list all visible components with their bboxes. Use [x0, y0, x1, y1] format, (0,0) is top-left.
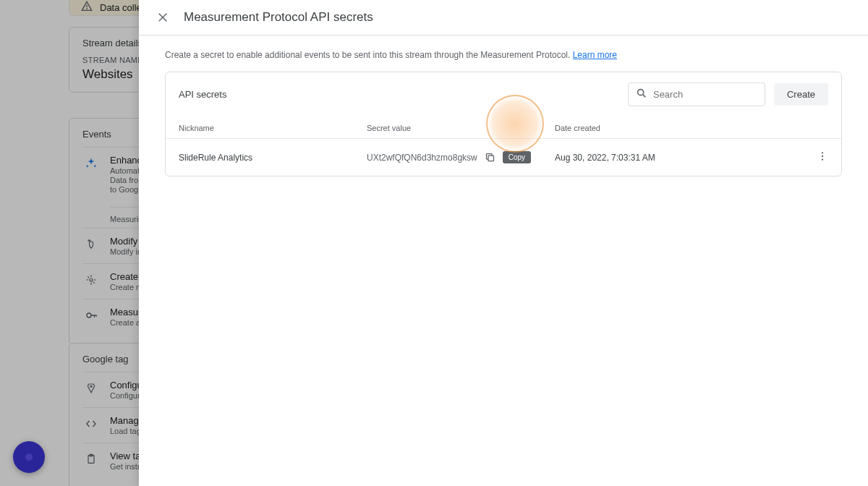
svg-point-14 — [822, 159, 823, 161]
modal-body: Create a secret to enable additional eve… — [139, 35, 868, 486]
table-header: Nickname Secret value Date created — [166, 116, 841, 138]
row-date: Aug 30, 2022, 7:03:31 AM — [555, 153, 743, 163]
copy-button[interactable] — [482, 149, 498, 166]
row-nickname: SlideRule Analytics — [179, 153, 367, 163]
copy-tooltip: Copy — [503, 151, 531, 163]
modal-header: Measurement Protocol API secrets — [139, 0, 868, 35]
create-button[interactable]: Create — [774, 83, 828, 106]
secrets-card-title: API secrets — [179, 89, 619, 100]
api-secrets-card: API secrets Create Nickname Secret value… — [165, 72, 842, 176]
more-vert-icon — [817, 150, 828, 162]
col-secret: Secret value — [367, 124, 555, 132]
intro-main: Create a secret to enable additional eve… — [165, 50, 570, 60]
copy-icon — [485, 152, 495, 163]
close-icon — [156, 11, 169, 24]
learn-more-link[interactable]: Learn more — [573, 50, 617, 60]
search-icon — [636, 88, 647, 101]
row-secret: UXt2wfQfQN6d3hzmo8gksw — [367, 153, 477, 163]
col-date: Date created — [555, 124, 743, 132]
search-box[interactable] — [628, 82, 765, 106]
modal-title: Measurement Protocol API secrets — [184, 10, 373, 25]
intro-text: Create a secret to enable additional eve… — [165, 50, 842, 60]
search-input[interactable] — [653, 89, 757, 100]
row-more-button[interactable] — [817, 150, 828, 164]
svg-rect-11 — [488, 155, 494, 161]
svg-point-13 — [822, 155, 823, 157]
secrets-toolbar: API secrets Create — [166, 72, 841, 116]
api-secrets-modal: Measurement Protocol API secrets Create … — [139, 0, 868, 486]
table-row: SlideRule Analytics UXt2wfQfQN6d3hzmo8gk… — [166, 138, 841, 176]
close-button[interactable] — [156, 11, 169, 24]
svg-line-10 — [643, 95, 645, 97]
row-secret-wrap: UXt2wfQfQN6d3hzmo8gksw Copy — [367, 149, 555, 166]
svg-point-12 — [822, 152, 823, 153]
svg-point-9 — [638, 90, 644, 95]
col-nickname: Nickname — [179, 124, 367, 132]
